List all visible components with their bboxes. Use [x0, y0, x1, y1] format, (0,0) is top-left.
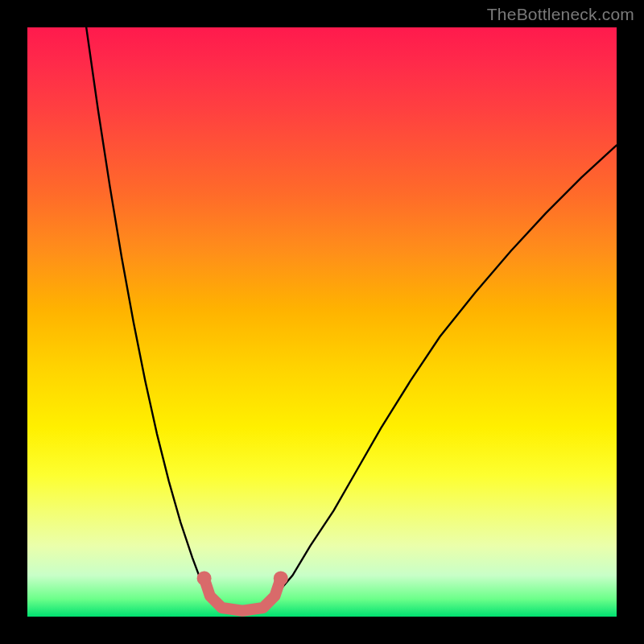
- watermark-text: TheBottleneck.com: [487, 5, 634, 24]
- valley-marker-path: [204, 578, 281, 610]
- chart-svg: [27, 27, 617, 617]
- valley-marker-dot: [274, 571, 288, 585]
- valley-marker-dot: [197, 571, 212, 585]
- chart-frame: TheBottleneck.com: [0, 0, 644, 644]
- right-curve-path: [263, 145, 617, 608]
- left-curve-path: [86, 27, 221, 608]
- plot-area: [27, 27, 617, 617]
